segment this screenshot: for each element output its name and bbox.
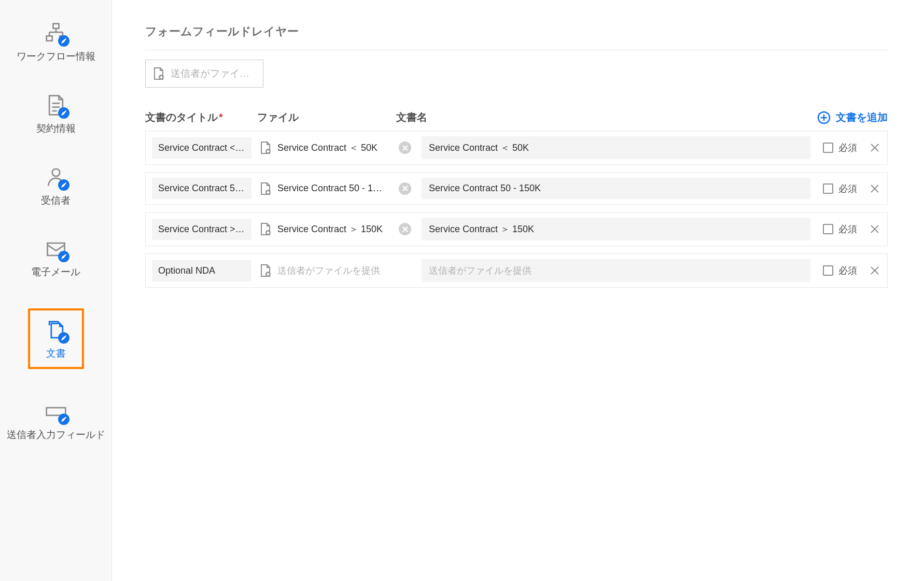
required-label: 必須: [838, 182, 857, 195]
remove-row-button[interactable]: [869, 223, 881, 235]
document-icon: [44, 93, 68, 118]
document-name-input[interactable]: Service Contract ＜ 50K: [422, 136, 810, 159]
file-label: Service Contract 50 - 1…: [277, 183, 382, 194]
document-title-input[interactable]: Optional NDA: [152, 260, 251, 281]
main-content: フォームフィールドレイヤー 送信者がファイ… 文書のタイトル* ファイル 文書名…: [112, 0, 924, 581]
file-label: 送信者がファイルを提供: [277, 264, 380, 277]
clear-file-button[interactable]: [399, 182, 411, 195]
add-file-icon: [152, 67, 165, 80]
add-file-icon: [259, 222, 272, 236]
required-label: 必須: [838, 223, 857, 235]
document-title-input[interactable]: Service Contract > 1…: [152, 219, 251, 240]
sidebar-item-recipients[interactable]: 受信者: [0, 160, 111, 212]
required-checkbox[interactable]: [823, 224, 833, 234]
required-asterisk: *: [219, 111, 223, 123]
person-icon: [44, 165, 68, 190]
sidebar: ワークフロー情報 契約情報: [0, 0, 112, 581]
document-file-cell[interactable]: 送信者がファイルを提供: [259, 264, 391, 277]
document-title-input[interactable]: Service Contract < 5…: [152, 137, 251, 159]
required-cell: 必須: [823, 264, 857, 277]
document-file-cell[interactable]: Service Contract ＜ 50K: [259, 141, 391, 154]
required-checkbox[interactable]: [823, 183, 833, 194]
table-headers: 文書のタイトル* ファイル 文書名 文書を追加: [145, 110, 888, 124]
header-file: ファイル: [257, 110, 396, 124]
sidebar-item-label: 電子メール: [31, 266, 80, 278]
document-name-input[interactable]: 送信者がファイルを提供: [422, 259, 810, 282]
placeholder-text: 送信者がファイ…: [171, 67, 249, 80]
required-cell: 必須: [823, 223, 857, 235]
add-file-icon: [259, 264, 272, 277]
document-row: Service Contract < 5…Service Contract ＜ …: [145, 131, 888, 165]
required-label: 必須: [838, 264, 857, 277]
divider: [145, 50, 888, 50]
section-title: フォームフィールドレイヤー: [145, 24, 888, 39]
add-document-button[interactable]: 文書を追加: [817, 110, 888, 124]
files-icon: [44, 318, 68, 343]
file-label: Service Contract ＜ 50K: [277, 141, 377, 154]
remove-row-button[interactable]: [869, 264, 881, 277]
sidebar-item-sender-input-fields[interactable]: 送信者入力フィールド: [0, 394, 111, 446]
required-checkbox[interactable]: [823, 265, 833, 276]
svg-rect-1: [46, 36, 52, 41]
sidebar-item-agreement-info[interactable]: 契約情報: [0, 88, 111, 140]
document-name-input[interactable]: Service Contract 50 - 150K: [422, 178, 810, 199]
header-title: 文書のタイトル*: [145, 110, 257, 124]
document-row: Service Contract > 1…Service Contract ＞ …: [145, 212, 888, 246]
document-file-cell[interactable]: Service Contract ＞ 150K: [259, 222, 391, 236]
document-row: Service Contract 50 -…Service Contract 5…: [145, 172, 888, 205]
required-checkbox[interactable]: [823, 143, 833, 153]
remove-row-button[interactable]: [869, 182, 881, 195]
mail-icon: [44, 236, 68, 261]
document-file-cell[interactable]: Service Contract 50 - 1…: [259, 182, 391, 195]
required-cell: 必須: [823, 141, 857, 154]
add-document-label: 文書を追加: [836, 110, 888, 124]
add-file-icon: [259, 141, 272, 154]
sidebar-item-label: 受信者: [41, 195, 71, 207]
sidebar-item-workflow-info[interactable]: ワークフロー情報: [0, 16, 111, 68]
document-rows: Service Contract < 5…Service Contract ＜ …: [145, 131, 888, 288]
document-name-input[interactable]: Service Contract ＞ 150K: [422, 218, 810, 240]
svg-rect-0: [53, 24, 59, 29]
input-field-icon: [44, 399, 68, 424]
sidebar-item-label: 文書: [46, 348, 66, 360]
sidebar-item-label: ワークフロー情報: [17, 51, 95, 63]
add-file-icon: [259, 182, 272, 195]
document-title-input[interactable]: Service Contract 50 -…: [152, 178, 251, 199]
sidebar-item-label: 契約情報: [36, 123, 76, 135]
remove-row-button[interactable]: [869, 141, 881, 154]
form-field-layer-input[interactable]: 送信者がファイ…: [145, 60, 263, 88]
workflow-icon: [44, 21, 68, 46]
sidebar-item-documents[interactable]: 文書: [0, 303, 111, 374]
clear-file-button[interactable]: [399, 223, 411, 235]
sidebar-item-label: 送信者入力フィールド: [7, 429, 105, 441]
required-label: 必須: [838, 141, 857, 154]
sidebar-item-email[interactable]: 電子メール: [0, 231, 111, 284]
document-row: Optional NDA送信者がファイルを提供送信者がファイルを提供必須: [145, 253, 888, 288]
file-label: Service Contract ＞ 150K: [277, 223, 383, 235]
svg-point-10: [52, 168, 60, 176]
header-name: 文書名: [396, 110, 817, 124]
clear-file-button[interactable]: [399, 141, 411, 154]
required-cell: 必須: [823, 182, 857, 195]
